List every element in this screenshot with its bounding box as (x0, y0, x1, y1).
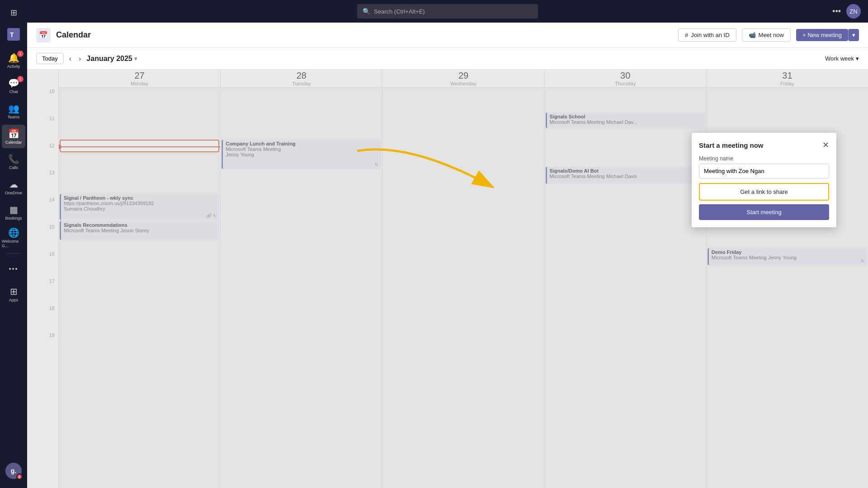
welcome-icon: 🌐 (8, 227, 19, 238)
topbar-avatar-initials: ZN (849, 8, 857, 15)
sidebar-item-apps-label: Apps (9, 298, 19, 302)
bookings-icon: ▦ (9, 204, 18, 215)
sidebar-item-teams[interactable]: 👥 Teams (2, 99, 25, 123)
event-monday-empty[interactable] (60, 140, 219, 152)
sidebar-item-welcome-label: Welcome G... (2, 239, 25, 248)
day-col-tuesday: 28 Tuesday Company Lunch and Training Mi… (221, 70, 382, 488)
onedrive-icon: ☁ (9, 179, 18, 190)
sidebar-item-calendar-label: Calendar (5, 140, 22, 145)
topbar-avatar[interactable]: ZN (846, 4, 861, 19)
meeting-name-input[interactable] (699, 164, 829, 178)
event-sub1: https://pantheon.zoom.us/j/91334399182 (64, 201, 217, 206)
time-slot-11: 11 (27, 115, 58, 142)
event-company-lunch[interactable]: Company Lunch and Training Microsoft Tea… (222, 140, 381, 169)
month-label: January 2025 (86, 55, 132, 63)
get-link-button[interactable]: Get a link to share (699, 183, 829, 201)
sidebar-item-bookings[interactable]: ▦ Bookings (2, 201, 25, 224)
day-num-27: 27 (134, 70, 144, 81)
sidebar-item-more[interactable]: ••• (2, 257, 25, 281)
today-button[interactable]: Today (36, 53, 64, 64)
new-meeting-more-button[interactable]: ▾ (848, 29, 859, 41)
day-num-30: 30 (620, 70, 630, 81)
day-body-thursday: Signals School Microsoft Teams Meeting M… (545, 88, 706, 488)
join-with-id-button[interactable]: # Join with an ID (678, 28, 736, 42)
waffle-icon[interactable]: ⊞ (5, 4, 23, 22)
day-name-thursday: Thursday (615, 81, 636, 86)
main-area: 🔍 ••• ZN 📅 Calendar # Join with an ID 📹 … (27, 0, 868, 488)
event-sub: Microsoft Teams Meeting Jenny Young (712, 255, 864, 260)
sidebar-item-onedrive[interactable]: ☁ OneDrive (2, 175, 25, 199)
day-header-friday: 31 Friday (707, 70, 868, 88)
calendar-body: 10 11 12 13 14 15 16 17 18 19 27 Monday (27, 70, 868, 488)
sidebar-item-apps[interactable]: ⊞ Apps (2, 282, 25, 306)
day-name-monday: Monday (131, 81, 148, 86)
event-signal-pantheon[interactable]: Signal / Pantheon - wkly sync https://pa… (60, 194, 219, 220)
search-input[interactable] (374, 8, 533, 15)
date-range: January 2025 ▾ (86, 55, 137, 63)
svg-text:T: T (10, 31, 14, 38)
time-slot-13: 13 (27, 169, 58, 196)
event-sub: Microsoft Teams Meeting Michael Davis (550, 174, 703, 179)
event-domo-ai[interactable]: Signals/Domo AI Bot Microsoft Teams Meet… (546, 167, 705, 184)
new-meeting-button[interactable]: + New meeting (796, 29, 848, 41)
event-title: Company Lunch and Training (226, 141, 378, 146)
sidebar-item-calls[interactable]: 📞 Calls (2, 150, 25, 174)
chevron-down-icon[interactable]: ▾ (134, 56, 137, 62)
event-demo-friday[interactable]: Demo Friday Microsoft Teams Meeting Jenn… (708, 248, 867, 265)
sidebar-item-onedrive-label: OneDrive (5, 191, 22, 195)
time-slot-10: 10 (27, 88, 58, 115)
start-meeting-label: Start meeting (746, 209, 781, 216)
prev-arrow[interactable]: ‹ (67, 53, 73, 65)
sidebar-item-teams-label: Teams (8, 115, 20, 119)
user-avatar[interactable]: g. 2 (5, 463, 22, 479)
teams-logo: T (5, 25, 23, 43)
event-sub1: Microsoft Teams Meeting (226, 146, 378, 152)
time-column: 10 11 12 13 14 15 16 17 18 19 (27, 70, 59, 488)
ellipsis-icon[interactable]: ••• (832, 7, 841, 16)
event-title: Signal / Pantheon - wkly sync (64, 195, 217, 201)
event-sub2: Sumaira Choudhry (64, 206, 217, 211)
next-arrow[interactable]: › (77, 53, 83, 65)
meet-button-label: Meet now (759, 32, 784, 38)
calls-icon: 📞 (8, 154, 19, 164)
time-slot-14: 14 (27, 196, 58, 223)
new-meeting-label: + New meeting (802, 32, 842, 38)
sidebar-item-welcome[interactable]: 🌐 Welcome G... (2, 226, 25, 249)
calendar-header: 📅 Calendar # Join with an ID 📹 Meet now … (27, 23, 868, 48)
sidebar-item-chat-label: Chat (9, 89, 18, 94)
day-num-29: 29 (458, 70, 468, 81)
sidebar-item-calls-label: Calls (9, 165, 18, 170)
day-num-31: 31 (782, 70, 792, 81)
sidebar-item-calendar[interactable]: 📅 Calendar (2, 125, 25, 148)
day-body-wednesday (382, 88, 544, 488)
popup-close-button[interactable]: ✕ (822, 140, 829, 150)
day-name-friday: Friday (780, 81, 794, 86)
sidebar-item-chat[interactable]: 💬 Chat 2 (2, 74, 25, 98)
start-meeting-button[interactable]: Start meeting (699, 204, 829, 220)
time-slot-12: 12 (27, 142, 58, 169)
sidebar-item-activity[interactable]: 🔔 Activity 1 (2, 49, 25, 72)
day-col-friday: 31 Friday Demo Friday Microsoft Teams Me… (707, 70, 868, 488)
time-slot-15: 15 (27, 223, 58, 250)
event-signals-recommendations[interactable]: Signals Recommendations Microsoft Teams … (60, 221, 219, 240)
view-selector[interactable]: Work week ▾ (825, 55, 859, 62)
day-header-monday: 27 Monday (59, 70, 220, 88)
today-label: Today (42, 55, 58, 62)
day-body-monday: Signal / Pantheon - wkly sync https://pa… (59, 88, 220, 488)
time-slot-18: 18 (27, 305, 58, 332)
day-columns: 27 Monday Signal / Pantheon - wkly sync … (59, 70, 868, 488)
sidebar-item-activity-label: Activity (7, 64, 20, 69)
event-signals-school[interactable]: Signals School Microsoft Teams Meeting M… (546, 113, 705, 128)
day-header-tuesday: 28 Tuesday (221, 70, 382, 88)
topbar: 🔍 ••• ZN (27, 0, 868, 23)
day-name-tuesday: Tuesday (292, 81, 311, 86)
start-meeting-popup: Start a meeting now ✕ Meeting name Get a… (692, 133, 836, 227)
event-sub: Microsoft Teams Meeting Jason Storey (64, 228, 217, 233)
search-box[interactable]: 🔍 (357, 4, 538, 19)
meet-now-button[interactable]: 📹 Meet now (742, 28, 791, 42)
avatar-initials: g. (11, 467, 16, 474)
day-num-28: 28 (297, 70, 307, 81)
view-label: Work week (825, 55, 854, 62)
calendar-icon: 📅 (8, 128, 19, 139)
day-col-thursday: 30 Thursday Signals School Microsoft Tea… (545, 70, 707, 488)
